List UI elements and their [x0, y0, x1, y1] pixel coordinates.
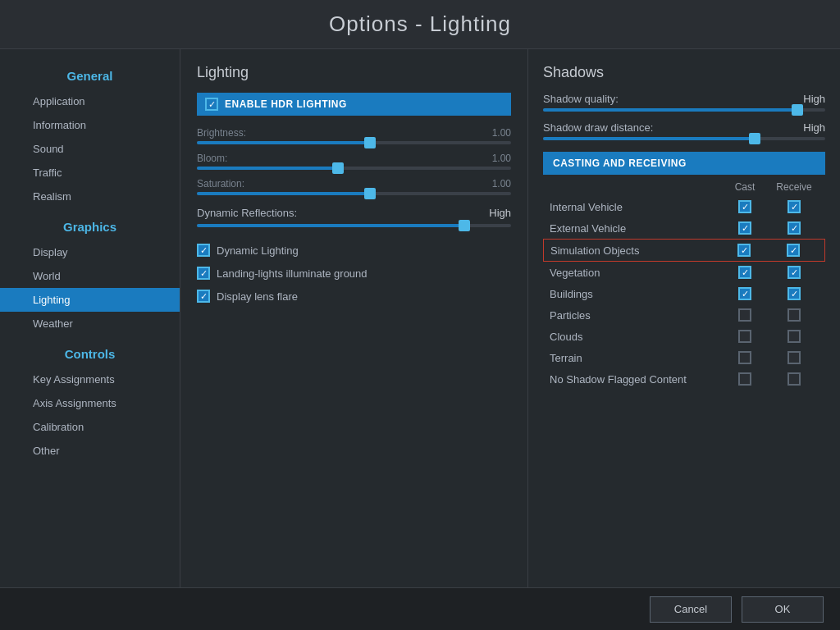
bloom-slider-row: Bloom: 1.00: [197, 153, 511, 170]
shadow-draw-distance-row: Shadow draw distance: High: [543, 121, 825, 134]
cast-row-no-shadow: No Shadow Flagged Content: [543, 368, 825, 390]
buildings-receive-checkbox[interactable]: ✓: [788, 287, 801, 300]
sidebar-group-general: General: [0, 57, 180, 89]
sidebar-item-application[interactable]: Application: [0, 89, 180, 113]
terrain-cast-checkbox[interactable]: [738, 351, 751, 364]
sidebar-group-graphics: Graphics: [0, 208, 180, 240]
sidebar-item-traffic[interactable]: Traffic: [0, 161, 180, 185]
cast-row-terrain: Terrain: [543, 347, 825, 368]
dynamic-reflections-label: Dynamic Reflections:: [197, 207, 297, 219]
shadow-quality-value: High: [803, 93, 825, 105]
lighting-panel: Lighting ✓ ENABLE HDR LIGHTING Brightnes…: [180, 49, 528, 587]
brightness-value: 1.00: [492, 127, 511, 139]
shadow-quality-label: Shadow quality:: [543, 93, 619, 105]
sidebar-item-lighting[interactable]: Lighting: [0, 288, 180, 312]
landing-lights-label: Landing-lights illuminate ground: [217, 267, 368, 280]
page-title: Options - Lighting: [0, 0, 840, 49]
lens-flare-row[interactable]: ✓ Display lens flare: [197, 285, 511, 308]
saturation-label: Saturation:: [197, 178, 244, 189]
particles-receive-checkbox[interactable]: [788, 308, 801, 322]
shadows-panel: Shadows Shadow quality: High Shadow draw…: [528, 49, 840, 587]
shadow-quality-track[interactable]: [543, 108, 825, 112]
landing-lights-row[interactable]: ✓ Landing-lights illuminate ground: [197, 262, 511, 285]
dynamic-reflections-track[interactable]: [197, 224, 511, 227]
sidebar-item-weather[interactable]: Weather: [0, 312, 180, 336]
bloom-label: Bloom:: [197, 153, 227, 164]
hdr-checkmark: ✓: [208, 100, 216, 109]
shadow-draw-distance-value: High: [803, 121, 825, 134]
dynamic-lighting-label: Dynamic Lighting: [217, 244, 299, 257]
cast-row-external-vehicle: External Vehicle ✓ ✓: [543, 217, 825, 239]
vegetation-cast-checkbox[interactable]: ✓: [738, 266, 751, 279]
brightness-slider-row: Brightness: 1.00: [197, 127, 511, 144]
dynamic-lighting-row[interactable]: ✓ Dynamic Lighting: [197, 239, 511, 262]
sidebar-item-display[interactable]: Display: [0, 240, 180, 264]
sidebar-item-key-assignments[interactable]: Key Assignments: [0, 368, 180, 391]
vegetation-receive-checkbox[interactable]: ✓: [788, 266, 801, 279]
particles-cast-checkbox[interactable]: [738, 308, 751, 322]
landing-lights-checkbox[interactable]: ✓: [197, 267, 210, 280]
shadow-draw-distance-label: Shadow draw distance:: [543, 121, 653, 134]
dynamic-lighting-checkmark: ✓: [200, 246, 208, 255]
clouds-cast-checkbox[interactable]: [738, 330, 751, 343]
lighting-panel-title: Lighting: [197, 64, 511, 81]
dynamic-lighting-checkbox[interactable]: ✓: [197, 244, 210, 257]
external-vehicle-cast-checkbox[interactable]: ✓: [738, 221, 751, 235]
sidebar-item-other[interactable]: Other: [0, 439, 180, 463]
internal-vehicle-cast-checkbox[interactable]: ✓: [738, 200, 751, 213]
cast-row-buildings: Buildings ✓ ✓: [543, 283, 825, 304]
sidebar-item-calibration[interactable]: Calibration: [0, 415, 180, 439]
shadow-quality-row: Shadow quality: High: [543, 93, 825, 105]
cast-row-simulation-objects: Simulation Objects ✓ ✓: [543, 239, 825, 262]
bottom-bar: Cancel OK: [0, 587, 840, 630]
sidebar: General Application Information Sound Tr…: [0, 49, 180, 587]
sidebar-item-sound[interactable]: Sound: [0, 137, 180, 161]
ok-button[interactable]: OK: [742, 596, 824, 623]
saturation-slider-row: Saturation: 1.00: [197, 178, 511, 195]
lens-flare-checkbox[interactable]: ✓: [197, 290, 210, 303]
col-header-receive: Receive: [769, 181, 819, 193]
bloom-track[interactable]: [197, 167, 511, 170]
hdr-row[interactable]: ✓ ENABLE HDR LIGHTING: [197, 93, 511, 116]
lens-flare-label: Display lens flare: [217, 290, 298, 303]
cast-receive-headers: Cast Receive: [543, 181, 825, 196]
simulation-objects-cast-checkbox[interactable]: ✓: [737, 244, 751, 257]
cancel-button[interactable]: Cancel: [650, 596, 732, 623]
brightness-track[interactable]: [197, 141, 511, 144]
sidebar-item-world[interactable]: World: [0, 264, 180, 288]
sidebar-item-axis-assignments[interactable]: Axis Assignments: [0, 391, 180, 415]
landing-lights-checkmark: ✓: [200, 269, 208, 278]
internal-vehicle-receive-checkbox[interactable]: ✓: [788, 200, 801, 213]
terrain-receive-checkbox[interactable]: [788, 351, 801, 364]
cast-row-vegetation: Vegetation ✓ ✓: [543, 262, 825, 283]
lens-flare-checkmark: ✓: [200, 292, 208, 301]
no-shadow-cast-checkbox[interactable]: [738, 372, 751, 386]
shadows-title: Shadows: [543, 64, 825, 81]
shadow-draw-distance-track[interactable]: [543, 137, 825, 140]
hdr-checkbox[interactable]: ✓: [205, 98, 218, 111]
cast-row-clouds: Clouds: [543, 326, 825, 347]
cast-row-internal-vehicle: Internal Vehicle ✓ ✓: [543, 196, 825, 217]
bloom-value: 1.00: [492, 153, 511, 164]
brightness-label: Brightness:: [197, 127, 246, 139]
buildings-cast-checkbox[interactable]: ✓: [738, 287, 751, 300]
no-shadow-receive-checkbox[interactable]: [788, 372, 801, 386]
sidebar-item-realism[interactable]: Realism: [0, 185, 180, 208]
sidebar-group-controls: Controls: [0, 336, 180, 368]
simulation-objects-receive-checkbox[interactable]: ✓: [787, 244, 800, 257]
saturation-track[interactable]: [197, 192, 511, 195]
col-header-cast: Cast: [720, 181, 769, 193]
external-vehicle-receive-checkbox[interactable]: ✓: [788, 221, 801, 235]
clouds-receive-checkbox[interactable]: [788, 330, 801, 343]
dynamic-reflections-value: High: [489, 207, 511, 219]
cast-row-particles: Particles: [543, 304, 825, 326]
sidebar-item-information[interactable]: Information: [0, 113, 180, 137]
hdr-label: ENABLE HDR LIGHTING: [225, 98, 347, 110]
dynamic-reflections-row: Dynamic Reflections: High: [197, 207, 511, 219]
casting-header: CASTING AND RECEIVING: [543, 152, 825, 175]
saturation-value: 1.00: [492, 178, 511, 189]
